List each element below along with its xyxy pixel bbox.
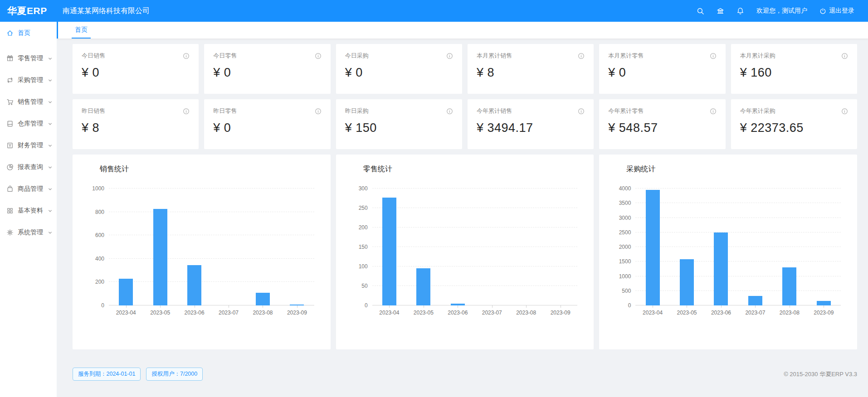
logout-button[interactable]: 退出登录 — [819, 7, 854, 15]
stat-card: 今年累计零售¥ 548.57 — [599, 99, 725, 149]
gridline: 4000 — [635, 188, 841, 189]
sidebar-item-4[interactable]: 仓库管理 — [0, 113, 57, 135]
gridline: 800 — [109, 212, 314, 212]
bar — [187, 265, 201, 305]
tab-label: 首页 — [75, 26, 88, 34]
sidebar-item-3[interactable]: 销售管理 — [0, 91, 57, 113]
sidebar-item-5[interactable]: 财务管理 — [0, 135, 57, 156]
y-axis-label: 0 — [101, 302, 104, 309]
bank-icon[interactable] — [717, 7, 724, 15]
sidebar-item-6[interactable]: 报表查询 — [0, 156, 57, 178]
y-axis-label: 250 — [359, 205, 368, 211]
info-icon[interactable] — [710, 53, 717, 59]
stat-card-value: ¥ 548.57 — [608, 121, 716, 135]
stat-card: 今年累计销售¥ 3494.17 — [468, 99, 594, 149]
stat-card-value: ¥ 160 — [740, 66, 848, 80]
info-icon[interactable] — [183, 53, 190, 59]
logout-label: 退出登录 — [829, 7, 854, 15]
x-axis-tick — [824, 305, 824, 308]
stat-card-label: 昨日采购 — [345, 107, 369, 115]
tab-home[interactable]: 首页 — [72, 22, 91, 39]
x-axis-labels: 2023-042023-052023-062023-072023-082023-… — [635, 310, 841, 316]
y-axis-label: 200 — [95, 279, 104, 285]
gear-icon — [6, 229, 14, 236]
info-icon[interactable] — [315, 53, 322, 59]
stat-card-value: ¥ 8 — [477, 66, 585, 80]
sidebar-item-home[interactable]: 首页 — [0, 24, 57, 42]
bar — [680, 259, 694, 305]
y-axis-label: 400 — [95, 256, 104, 262]
y-axis-label: 2500 — [619, 229, 631, 236]
info-icon[interactable] — [578, 108, 585, 115]
stat-card-label: 今年累计零售 — [608, 107, 644, 115]
x-axis-label: 2023-07 — [211, 310, 245, 316]
footer-badges: 服务到期：2024-01-01授权用户：7/2000 — [73, 368, 208, 381]
stat-card-label: 今年累计采购 — [740, 107, 775, 115]
stat-card: 本月累计采购¥ 160 — [731, 44, 857, 94]
stat-card-label: 昨日销售 — [82, 107, 105, 115]
home-icon — [6, 29, 14, 37]
gridline: 400 — [109, 258, 314, 259]
gridline: 600 — [109, 235, 314, 235]
pie-chart-icon — [6, 164, 14, 171]
bar — [646, 190, 660, 305]
x-axis-label: 2023-09 — [280, 310, 314, 316]
sidebar-item-9[interactable]: 系统管理 — [0, 222, 57, 243]
bar — [748, 296, 762, 305]
main-area: 首页零售管理采购管理销售管理仓库管理财务管理报表查询商品管理基本资料系统管理 首… — [0, 22, 868, 397]
x-axis-tick — [424, 305, 424, 308]
x-axis-tick — [297, 305, 297, 308]
y-axis-label: 300 — [359, 185, 368, 192]
sidebar-item-7[interactable]: 商品管理 — [0, 178, 57, 200]
info-icon[interactable] — [315, 108, 322, 115]
x-axis-label: 2023-05 — [670, 310, 704, 316]
bar — [256, 293, 270, 305]
shopping-bag-icon — [6, 185, 14, 193]
sidebar-item-label: 销售管理 — [18, 98, 48, 106]
hdd-icon — [6, 120, 14, 127]
info-icon[interactable] — [578, 53, 585, 59]
search-icon[interactable] — [697, 7, 704, 15]
y-axis-label: 1000 — [619, 273, 631, 280]
info-icon[interactable] — [841, 53, 848, 59]
gridline: 50 — [372, 286, 578, 286]
stat-card-value: ¥ 3494.17 — [477, 121, 585, 135]
bar-chart-plot: 050100150200250300 — [372, 189, 578, 305]
info-icon[interactable] — [710, 108, 717, 115]
poweroff-icon — [819, 8, 826, 15]
sidebar-item-label: 首页 — [18, 29, 53, 37]
account-book-icon — [6, 142, 14, 149]
x-axis-tick — [229, 305, 229, 308]
sidebar-item-label: 系统管理 — [18, 228, 48, 237]
y-axis-label: 3500 — [619, 200, 631, 206]
sidebar-item-label: 商品管理 — [18, 185, 48, 193]
sidebar-item-label: 财务管理 — [18, 141, 48, 150]
chevron-down-icon — [48, 187, 53, 192]
stat-card-value: ¥ 8 — [82, 121, 190, 135]
chart-card: 销售统计020040060080010002023-042023-052023-… — [73, 155, 331, 349]
stat-card: 今日零售¥ 0 — [204, 44, 330, 94]
chevron-down-icon — [48, 121, 53, 126]
x-axis-label: 2023-09 — [543, 310, 577, 316]
sidebar-item-1[interactable]: 零售管理 — [0, 48, 57, 69]
stat-card-value: ¥ 0 — [82, 66, 190, 80]
gridline: 1000 — [109, 188, 314, 189]
chart-card: 零售统计0501001502002503002023-042023-052023… — [336, 155, 594, 349]
bar — [451, 304, 465, 305]
info-icon[interactable] — [446, 53, 453, 59]
stat-card-grid: 今日销售¥ 0今日零售¥ 0今日采购¥ 0本月累计销售¥ 8本月累计零售¥ 0本… — [73, 44, 857, 149]
info-icon[interactable] — [183, 108, 190, 115]
stat-card-label: 本月累计零售 — [608, 52, 644, 60]
x-axis-tick — [755, 305, 756, 308]
info-icon[interactable] — [841, 108, 848, 115]
y-axis-label: 150 — [359, 244, 368, 250]
copyright-text: © 2015-2030 华夏ERP V3.3 — [784, 370, 857, 378]
bell-icon[interactable] — [736, 7, 744, 15]
sidebar-item-2[interactable]: 采购管理 — [0, 69, 57, 91]
x-axis-tick — [458, 305, 458, 308]
x-axis-labels: 2023-042023-052023-062023-072023-082023-… — [372, 310, 578, 316]
chevron-down-icon — [48, 165, 53, 170]
info-icon[interactable] — [446, 108, 453, 115]
x-axis-label: 2023-04 — [109, 310, 143, 316]
sidebar-item-8[interactable]: 基本资料 — [0, 200, 57, 222]
